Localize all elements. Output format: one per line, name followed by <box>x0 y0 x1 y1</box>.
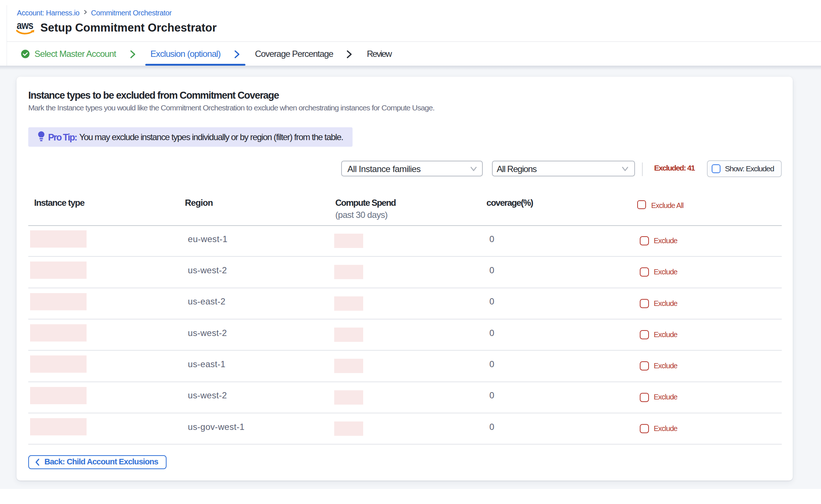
svg-text:aws: aws <box>17 21 33 31</box>
